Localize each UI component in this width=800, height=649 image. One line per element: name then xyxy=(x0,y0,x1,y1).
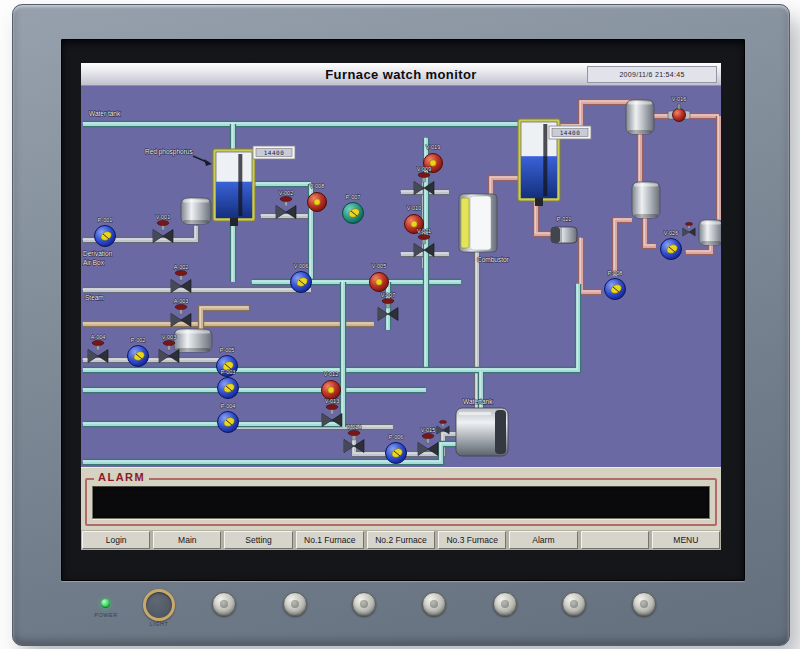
diagram-label: Air Box xyxy=(83,259,105,266)
svg-text:P-008: P-008 xyxy=(608,270,623,276)
alarm-label: ALARM xyxy=(94,471,149,483)
svg-text:V-003: V-003 xyxy=(162,334,176,340)
osd-button-4[interactable] xyxy=(422,592,446,616)
osd-button-1[interactable] xyxy=(212,592,236,616)
hmi-button-no-1-furnace[interactable]: No.1 Furnace xyxy=(296,531,364,549)
tank-drum-6 xyxy=(632,182,660,218)
svg-text:P-021: P-021 xyxy=(557,216,572,222)
hmi-button-main[interactable]: Main xyxy=(153,531,221,549)
diagram-label: Derivation xyxy=(83,250,113,257)
screen-frame: Furnace watch monitor 2009/11/6 21:54:45… xyxy=(61,39,745,581)
osd-button-2[interactable] xyxy=(283,592,307,616)
diagram-label: Water tank xyxy=(89,110,121,117)
svg-text:P-006: P-006 xyxy=(389,434,404,440)
power-led-label: POWER xyxy=(87,612,125,618)
svg-text:A-004: A-004 xyxy=(91,334,106,340)
lcd-display: Furnace watch monitor 2009/11/6 21:54:45… xyxy=(81,63,721,548)
diagram-label: Red phosphorus xyxy=(145,148,193,156)
svg-text:V-015: V-015 xyxy=(421,427,435,433)
power-led xyxy=(101,599,110,608)
alarm-message-area xyxy=(92,486,710,519)
osd-button-5[interactable] xyxy=(493,592,517,616)
hmi-button-blank[interactable] xyxy=(581,531,649,549)
svg-text:V-009: V-009 xyxy=(417,166,431,172)
svg-text:V-005: V-005 xyxy=(372,263,386,269)
svg-text:A-002: A-002 xyxy=(174,264,189,270)
clock-display: 2009/11/6 21:54:45 xyxy=(587,66,717,83)
svg-text:P-002: P-002 xyxy=(131,337,146,343)
svg-text:V-014: V-014 xyxy=(347,424,361,430)
svg-text:V-016: V-016 xyxy=(672,96,686,102)
hmi-button-alarm[interactable]: Alarm xyxy=(509,531,577,549)
hmi-button-login[interactable]: Login xyxy=(82,531,150,549)
osd-icon xyxy=(360,600,368,608)
pump-V-008: V-008 xyxy=(308,183,327,212)
osd-button-7[interactable] xyxy=(632,592,656,616)
diagram-label: Watertank xyxy=(463,398,493,405)
osd-button-6[interactable] xyxy=(562,592,586,616)
power-ring-button[interactable] xyxy=(143,589,175,621)
diagram-label: Combustor xyxy=(477,256,510,263)
osd-icon xyxy=(501,600,509,608)
alarm-panel: ALARM xyxy=(81,467,721,530)
pump-V-012: V-012 xyxy=(322,371,341,400)
svg-text:V-010: V-010 xyxy=(407,205,421,211)
svg-text:A-003: A-003 xyxy=(174,298,189,304)
tank-combustor-4 xyxy=(459,194,497,252)
svg-text:14400: 14400 xyxy=(560,129,581,136)
osd-icon xyxy=(640,600,648,608)
scada-canvas: P-001P-002P-005P-003P-004P-006V-006V-026… xyxy=(81,86,721,467)
svg-text:14400: 14400 xyxy=(264,149,285,156)
svg-text:P-003: P-003 xyxy=(221,369,236,375)
alarm-frame: ALARM xyxy=(85,478,717,526)
hmi-button-row: LoginMainSettingNo.1 FurnaceNo.2 Furnace… xyxy=(81,530,721,550)
svg-text:V-026: V-026 xyxy=(664,230,678,236)
value-display-2: 14400 xyxy=(549,126,591,139)
svg-text:P-001: P-001 xyxy=(98,217,113,223)
hmi-button-no-2-furnace[interactable]: No.2 Furnace xyxy=(367,531,435,549)
tank-drum-3 xyxy=(174,329,212,352)
osd-button-3[interactable] xyxy=(352,592,376,616)
svg-text:V-013: V-013 xyxy=(325,398,339,404)
title-bar: Furnace watch monitor 2009/11/6 21:54:45 xyxy=(81,63,721,86)
scada-diagram: P-001P-002P-005P-003P-004P-006V-006V-026… xyxy=(81,86,721,467)
hmi-button-setting[interactable]: Setting xyxy=(224,531,292,549)
osd-icon xyxy=(570,600,578,608)
tank-drum-2 xyxy=(181,198,211,224)
svg-text:V-007: V-007 xyxy=(381,292,395,298)
tank-reactor-0 xyxy=(213,149,255,226)
svg-text:P-007: P-007 xyxy=(346,194,361,200)
svg-text:P-004: P-004 xyxy=(221,403,236,409)
svg-text:P-005: P-005 xyxy=(220,347,235,353)
diagram-label: Steam xyxy=(85,294,104,301)
panel-monitor-bezel: Furnace watch monitor 2009/11/6 21:54:45… xyxy=(12,4,790,646)
hmi-button-no-3-furnace[interactable]: No.3 Furnace xyxy=(438,531,506,549)
svg-text:V-012: V-012 xyxy=(324,371,338,377)
value-display-1: 14400 xyxy=(253,146,295,159)
hmi-button-menu[interactable]: MENU xyxy=(652,531,720,549)
svg-text:V-008: V-008 xyxy=(310,183,324,189)
tank-drum-7 xyxy=(699,220,721,245)
svg-text:V-002: V-002 xyxy=(279,190,293,196)
tank-drum-5 xyxy=(626,100,654,134)
ring-button-label: LIGHT xyxy=(136,621,182,627)
osd-icon xyxy=(430,600,438,608)
tank-watertank-8 xyxy=(456,408,508,456)
osd-icon xyxy=(220,600,228,608)
osd-icon xyxy=(291,600,299,608)
svg-text:V-011: V-011 xyxy=(417,228,431,234)
svg-text:V-006: V-006 xyxy=(294,263,308,269)
svg-text:V-001: V-001 xyxy=(156,214,170,220)
svg-text:V-019: V-019 xyxy=(426,144,440,150)
pump-V-005: V-005 xyxy=(370,263,389,292)
